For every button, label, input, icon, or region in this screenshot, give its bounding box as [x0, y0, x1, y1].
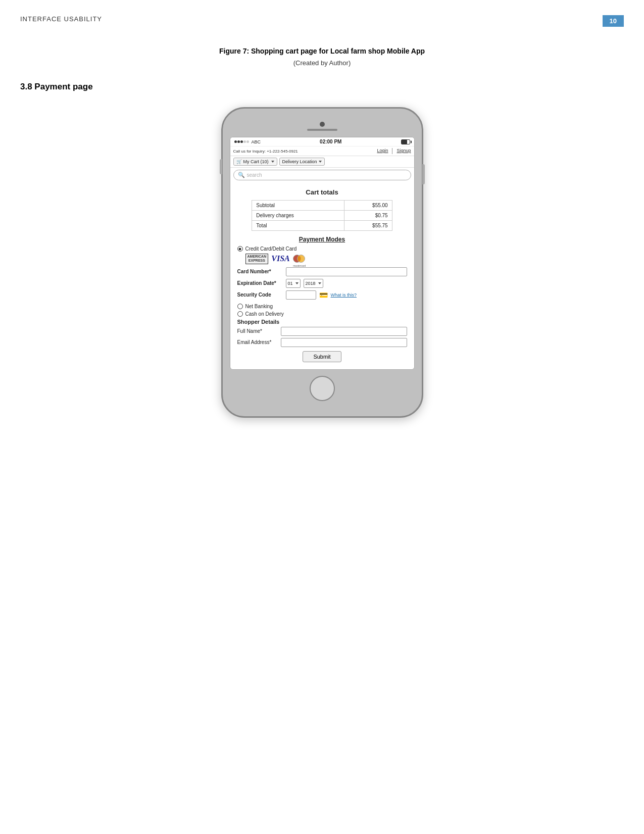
signal-dot-5 — [246, 140, 249, 143]
expiry-year-arrow — [318, 282, 321, 284]
top-nav: Call us for Inquiry: +1-222-545-0921 Log… — [230, 146, 414, 156]
inquiry-text: Call us for Inquiry: +1-222-545-0921 — [233, 149, 298, 154]
credit-card-option[interactable]: Credit Card/Debit Card — [237, 246, 407, 252]
cash-delivery-option[interactable]: Cash on Delivery — [237, 311, 407, 317]
email-input[interactable] — [281, 338, 407, 347]
delivery-dropdown-arrow — [319, 161, 322, 163]
card-number-input[interactable] — [286, 267, 407, 276]
total-row: Total $55.75 — [252, 221, 392, 231]
expiry-row: Expiration Date* 01 2018 — [237, 279, 407, 288]
card-logos: AMERICAN EXPRESS VISA mastercard — [245, 254, 405, 264]
signal-dot-1 — [234, 140, 237, 143]
home-button[interactable] — [310, 376, 335, 401]
card-number-row: Card Number* — [237, 267, 407, 276]
full-name-input[interactable] — [281, 327, 407, 336]
cash-delivery-radio[interactable] — [237, 311, 243, 317]
signal-dots — [234, 140, 249, 143]
status-time: 02:00 PM — [320, 139, 341, 144]
section-heading: 3.8 Payment page — [20, 82, 624, 92]
delivery-charges-row: Delivery charges $0.75 — [252, 211, 392, 221]
expiry-year-value: 2018 — [306, 281, 316, 286]
subtotal-value: $55.00 — [344, 201, 392, 211]
submit-area: Submit — [234, 351, 410, 362]
status-bar: ABC 02:00 PM — [230, 137, 414, 146]
notch-dot — [320, 122, 325, 127]
search-icon: 🔍 — [238, 172, 245, 178]
net-banking-label: Net Banking — [245, 304, 273, 309]
cash-delivery-label: Cash on Delivery — [245, 311, 284, 317]
payment-modes-title: Payment Modes — [234, 236, 410, 243]
battery-fill — [402, 140, 407, 144]
phone-notch — [230, 119, 415, 131]
cart-icon: 🛒 — [236, 159, 242, 164]
signal-dot-3 — [240, 140, 243, 143]
subtotal-label: Subtotal — [252, 201, 344, 211]
page-number: 10 — [603, 15, 624, 27]
net-banking-radio[interactable] — [237, 304, 243, 309]
expiry-label: Expiration Date* — [237, 280, 283, 286]
signup-link[interactable]: Signup — [397, 148, 411, 154]
phone-home-btn-area — [230, 376, 415, 401]
phone-screen: ABC 02:00 PM Call us for Inquiry: +1-222… — [230, 137, 415, 370]
carrier-text: ABC — [252, 139, 261, 144]
security-input[interactable] — [286, 290, 316, 300]
interface-label: INTERFACE USABILITY — [20, 15, 102, 23]
email-row: Email Address* — [237, 338, 407, 347]
signal-dot-4 — [243, 140, 246, 143]
amex-logo: AMERICAN EXPRESS — [245, 254, 269, 264]
shopper-details-title: Shopper Details — [237, 319, 407, 325]
full-name-label: Full Name* — [237, 328, 278, 334]
cart-label: My Cart (10) — [243, 159, 269, 164]
signal-dot-2 — [237, 140, 240, 143]
phone-mockup: ABC 02:00 PM Call us for Inquiry: +1-222… — [221, 107, 423, 418]
nav-divider — [392, 148, 392, 154]
net-banking-option[interactable]: Net Banking — [237, 304, 407, 309]
expiry-year-select[interactable]: 2018 — [304, 279, 323, 288]
figure-caption: Figure 7: Shopping cart page for Local f… — [95, 47, 550, 55]
created-by: (Created by Author) — [0, 59, 644, 67]
security-label: Security Code — [237, 292, 283, 298]
subtotal-row: Subtotal $55.00 — [252, 201, 392, 211]
visa-logo: VISA — [271, 254, 289, 263]
credit-card-radio[interactable] — [237, 246, 243, 252]
phone-container: ABC 02:00 PM Call us for Inquiry: +1-222… — [0, 107, 644, 418]
expiry-month-select[interactable]: 01 — [286, 279, 301, 288]
cart-bar: 🛒 My Cart (10) Delivery Location — [230, 156, 414, 168]
cart-totals-table: Subtotal $55.00 Delivery charges $0.75 T… — [252, 200, 392, 231]
total-label: Total — [252, 221, 344, 231]
status-left: ABC — [234, 139, 261, 144]
full-name-row: Full Name* — [237, 327, 407, 336]
page-header: INTERFACE USABILITY 10 — [0, 0, 644, 32]
cart-dropdown-arrow — [271, 161, 274, 163]
search-bar[interactable]: 🔍 search — [233, 170, 411, 180]
login-link[interactable]: Login — [377, 148, 388, 154]
login-signup-area: Login Signup — [377, 148, 411, 154]
expiry-month-value: 01 — [288, 281, 293, 286]
battery-icon — [401, 139, 410, 144]
notch-line — [307, 129, 337, 131]
cart-totals-title: Cart totals — [234, 188, 410, 196]
search-placeholder: search — [247, 172, 262, 178]
email-label: Email Address* — [237, 339, 278, 345]
security-row: Security Code 💳 What is this? — [237, 290, 407, 300]
mastercard-logo: mastercard — [293, 255, 306, 263]
what-is-this-link[interactable]: What is this? — [331, 292, 357, 298]
submit-button[interactable]: Submit — [303, 351, 341, 362]
status-right — [401, 139, 410, 144]
delivery-charges-label: Delivery charges — [252, 211, 344, 221]
delivery-charges-value: $0.75 — [344, 211, 392, 221]
screen-content: Cart totals Subtotal $55.00 Delivery cha… — [230, 182, 414, 369]
delivery-button[interactable]: Delivery Location — [279, 158, 325, 166]
delivery-label: Delivery Location — [282, 159, 317, 164]
card-small-icon: 💳 — [319, 291, 328, 299]
credit-card-label: Credit Card/Debit Card — [245, 246, 297, 252]
card-number-label: Card Number* — [237, 269, 283, 274]
total-value: $55.75 — [344, 221, 392, 231]
expiry-month-arrow — [295, 282, 299, 284]
cart-button[interactable]: 🛒 My Cart (10) — [233, 158, 277, 166]
